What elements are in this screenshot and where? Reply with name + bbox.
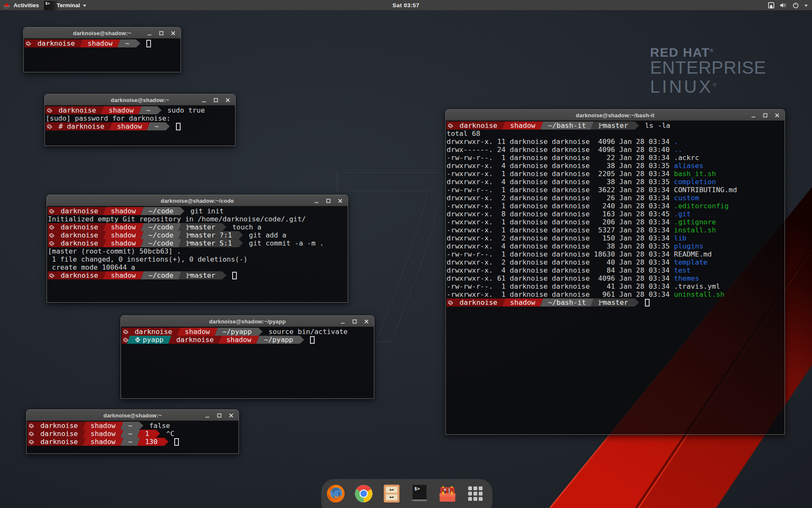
dock-item-app-grid[interactable] xyxy=(466,484,485,503)
output-text: -rwxrwxr-x. 1 darknoise darknoise 2205 J… xyxy=(447,170,674,178)
terminal-window-1[interactable]: darknoise@shadow:~ darknoiseshadow~ xyxy=(23,27,181,72)
close-button[interactable] xyxy=(337,197,344,204)
prompt-segment-dir: ~ xyxy=(121,430,140,438)
prompt-segment-dir: ~/code xyxy=(141,239,181,247)
minimize-button[interactable] xyxy=(200,97,208,104)
maximize-button[interactable] xyxy=(325,197,332,204)
output-line: -rw-rw-r--. 1 darknoise darknoise 22 Jan… xyxy=(447,154,785,162)
prompt-segment-user: darknoise xyxy=(127,328,180,336)
prompt-segment-host: shadow xyxy=(109,122,150,130)
registered-mark: ® xyxy=(713,82,719,87)
dock: $> xyxy=(321,479,492,508)
dock-item-firefox[interactable] xyxy=(326,484,346,503)
system-status-area[interactable] xyxy=(768,0,812,10)
titlebar[interactable]: darknoise@shadow:~/bash-it xyxy=(446,110,785,121)
prompt-segment-host: shadow xyxy=(219,336,259,344)
output-text: drwxrwxr-x. 2 darknoise darknoise 40 Jan… xyxy=(447,258,674,266)
titlebar[interactable]: darknoise@shadow:~ xyxy=(45,94,235,105)
output-text: drwxrwxr-x. 4 darknoise darknoise 84 Jan… xyxy=(447,266,674,274)
prompt-segment-dir: ~ xyxy=(121,422,143,430)
maximize-button[interactable] xyxy=(216,412,223,419)
dock-item-files[interactable] xyxy=(382,484,401,503)
terminal-window-2[interactable]: darknoise@shadow:~ darknoiseshadow~sudo … xyxy=(44,94,236,146)
maximize-button[interactable] xyxy=(762,112,769,119)
titlebar[interactable]: darknoise@shadow:~ xyxy=(24,28,181,39)
output-text: lib xyxy=(674,234,686,242)
terminal-cursor xyxy=(310,336,315,344)
app-grid-icon xyxy=(466,484,485,503)
output-text: total 68 xyxy=(447,130,480,138)
prompt-line: darknoiseshadow~ xyxy=(25,39,181,47)
titlebar[interactable]: darknoise@shadow:~/code xyxy=(47,195,348,206)
terminal-content[interactable]: darknoiseshadow~false darknoiseshadow~1^… xyxy=(27,421,239,453)
maximize-button[interactable] xyxy=(351,318,358,325)
output-line: drwxrwxr-x. 2 darknoise darknoise 26 Jan… xyxy=(447,194,785,202)
command-text: source bin/activate xyxy=(269,328,348,336)
minimize-button[interactable] xyxy=(313,197,320,204)
dock-item-toolbox[interactable] xyxy=(438,484,457,503)
output-text: .git xyxy=(674,210,691,218)
rhel-logo: RED HAT® ENTERPRISE LINUX® xyxy=(650,45,766,95)
prompt-segment-host: shadow xyxy=(502,121,543,130)
command-text: ^C xyxy=(166,430,175,438)
terminal-content[interactable]: darknoiseshadow~/codegit initInitialized… xyxy=(47,206,348,302)
prompt-segment-host: shadow xyxy=(80,39,121,47)
titlebar[interactable]: darknoise@shadow:~/pyapp xyxy=(121,316,374,327)
python-icon xyxy=(135,337,140,342)
minimize-button[interactable] xyxy=(204,412,211,419)
close-button[interactable] xyxy=(224,97,231,104)
command-text: false xyxy=(149,422,170,430)
maximize-button[interactable] xyxy=(212,97,219,104)
output-text: uninstall.sh xyxy=(674,290,724,298)
command-text: git init xyxy=(190,207,224,215)
prompt-line: darknoiseshadow~/code master S:1git comm… xyxy=(48,239,348,247)
window-title: darknoise@shadow:~/bash-it xyxy=(446,110,785,121)
minimize-button[interactable] xyxy=(146,30,153,37)
terminal-content[interactable]: darknoiseshadow~/bash-it masterls -latot… xyxy=(446,121,785,434)
chrome-icon xyxy=(354,484,373,503)
prompt-line: darknoiseshadow~false xyxy=(27,422,239,430)
prompt-segment-user: darknoise xyxy=(33,430,86,438)
prompt-segment-user: darknoise xyxy=(33,422,86,430)
dock-item-chrome[interactable] xyxy=(354,484,373,503)
terminal-content[interactable]: darknoiseshadow~/pyappsource bin/activat… xyxy=(121,327,374,398)
output-line: [sudo] password for darknoise: xyxy=(46,114,235,122)
prompt-segment-user: darknoise xyxy=(452,298,505,306)
terminal-window-4[interactable]: darknoise@shadow:~/pyapp darknoiseshadow… xyxy=(121,315,374,399)
dock-item-terminal[interactable]: $> xyxy=(410,484,429,503)
output-line: -rw-rw-r--. 1 darknoise darknoise 41 Jan… xyxy=(447,282,785,290)
prompt-line: darknoiseshadow~/bash-it masterls -la xyxy=(447,121,785,130)
output-text: Initialized empty Git repository in /hom… xyxy=(48,215,306,223)
terminal-window-3[interactable]: darknoise@shadow:~/code darknoiseshadow~… xyxy=(47,195,348,303)
close-button[interactable] xyxy=(774,112,781,119)
close-button[interactable] xyxy=(170,30,177,37)
titlebar[interactable]: darknoise@shadow:~ xyxy=(27,410,239,421)
prompt-segment-host: shadow xyxy=(83,422,123,430)
minimize-button[interactable] xyxy=(750,112,757,119)
prompt-segment-user: darknoise xyxy=(168,336,222,344)
terminal-window-5[interactable]: darknoise@shadow:~ darknoiseshadow~false… xyxy=(26,409,239,454)
prompt-segment-host: shadow xyxy=(103,223,144,231)
command-text: git commit -a -m . xyxy=(249,239,324,247)
close-button[interactable] xyxy=(363,318,370,325)
registered-mark: ® xyxy=(710,48,714,53)
prompt-line: darknoiseshadow~/pyappsource bin/activat… xyxy=(122,328,374,336)
prompt-segment-git: master xyxy=(591,121,639,130)
maximize-button[interactable] xyxy=(158,30,165,37)
output-line: -rw-rw-r--. 1 darknoise darknoise 3622 J… xyxy=(447,186,785,194)
minimize-button[interactable] xyxy=(339,318,346,325)
window-title: darknoise@shadow:~/pyapp xyxy=(121,316,374,327)
close-button[interactable] xyxy=(228,412,235,419)
prompt-line: darknoiseshadow~/bash-it master xyxy=(447,298,785,306)
prompt-segment-user: darknoise xyxy=(53,231,106,239)
terminal-content[interactable]: darknoiseshadow~sudo true[sudo] password… xyxy=(45,105,235,146)
output-text: -rw-rw-r--. 1 darknoise darknoise 18630 … xyxy=(447,250,712,258)
terminal-content[interactable]: darknoiseshadow~ xyxy=(24,39,181,72)
status-caret-icon xyxy=(804,5,808,7)
output-text: plugins xyxy=(674,242,703,250)
prompt-line: darknoiseshadow~/code mastertouch a xyxy=(48,223,348,231)
prompt-segment-host: shadow xyxy=(103,207,144,215)
clock[interactable]: Sat 03:57 xyxy=(0,0,812,10)
output-text: custom xyxy=(674,194,699,202)
terminal-window-6[interactable]: darknoise@shadow:~/bash-it darknoiseshad… xyxy=(445,109,785,435)
